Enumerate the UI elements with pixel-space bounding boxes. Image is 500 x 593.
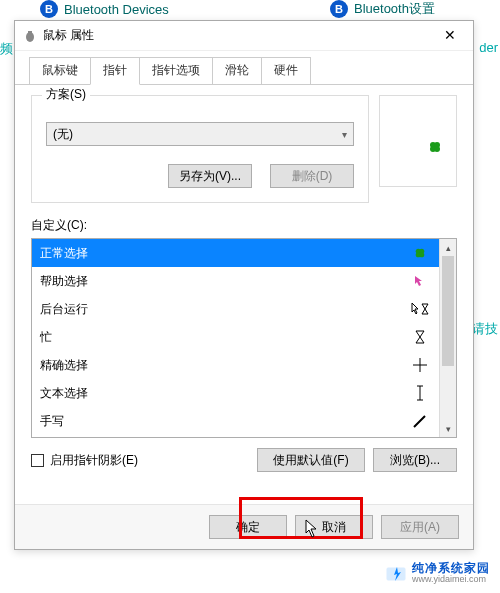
ok-button[interactable]: 确定 bbox=[209, 515, 287, 539]
list-item-label: 正常选择 bbox=[40, 245, 88, 262]
clover-icon bbox=[428, 140, 442, 154]
browse-button[interactable]: 浏览(B)... bbox=[373, 448, 457, 472]
desktop-icon-label: Bluetooth设置 bbox=[354, 0, 435, 18]
desktop-icon-bt-settings[interactable]: B Bluetooth设置 bbox=[330, 0, 435, 18]
customize-listbox[interactable]: 正常选择 帮助选择 后台运行 忙 精确选择 bbox=[31, 238, 457, 438]
watermark: 纯净系统家园 www.yidaimei.com bbox=[382, 560, 494, 587]
scheme-label: 方案(S) bbox=[42, 86, 90, 103]
checkbox-box bbox=[31, 454, 44, 467]
watermark-url: www.yidaimei.com bbox=[412, 575, 490, 585]
tab-pointers[interactable]: 指针 bbox=[90, 57, 140, 85]
list-item-label: 手写 bbox=[40, 413, 64, 430]
tab-pointer-options[interactable]: 指针选项 bbox=[139, 57, 213, 84]
cursor-overlay-icon bbox=[305, 519, 323, 539]
list-item[interactable]: 忙 bbox=[32, 323, 439, 351]
list-item[interactable]: 后台运行 bbox=[32, 295, 439, 323]
apply-button: 应用(A) bbox=[381, 515, 459, 539]
list-item-label: 后台运行 bbox=[40, 301, 88, 318]
bluetooth-icon: B bbox=[330, 0, 348, 18]
scheme-select[interactable]: (无) ▾ bbox=[46, 122, 354, 146]
close-button[interactable]: ✕ bbox=[433, 24, 467, 48]
crosshair-icon bbox=[411, 358, 429, 372]
delete-button: 删除(D) bbox=[270, 164, 354, 188]
customize-label: 自定义(C): bbox=[31, 217, 457, 234]
pointer-help-icon bbox=[411, 275, 429, 287]
use-default-button[interactable]: 使用默认值(F) bbox=[257, 448, 365, 472]
scroll-up-icon[interactable]: ▴ bbox=[440, 239, 456, 256]
mouse-properties-dialog: 鼠标 属性 ✕ 鼠标键 指针 指针选项 滑轮 硬件 方案(S) (无) ▾ 另存… bbox=[14, 20, 474, 550]
bg-text-fragment: 请技 bbox=[472, 320, 498, 338]
mouse-icon bbox=[23, 29, 37, 43]
desktop-icon-label: Bluetooth Devices bbox=[64, 2, 169, 17]
titlebar: 鼠标 属性 ✕ bbox=[15, 21, 473, 51]
scheme-select-value: (无) bbox=[53, 126, 73, 143]
list-item-label: 忙 bbox=[40, 329, 52, 346]
svg-rect-1 bbox=[28, 31, 32, 35]
bg-text-fragment: der bbox=[479, 40, 498, 55]
arrow-hourglass-icon bbox=[411, 302, 429, 316]
bluetooth-icon: B bbox=[40, 0, 58, 18]
ibeam-icon bbox=[411, 385, 429, 401]
scroll-down-icon[interactable]: ▾ bbox=[440, 420, 456, 437]
tab-buttons[interactable]: 鼠标键 bbox=[29, 57, 91, 84]
pen-icon bbox=[411, 414, 429, 428]
hourglass-icon bbox=[411, 330, 429, 344]
list-item[interactable]: 帮助选择 bbox=[32, 267, 439, 295]
chevron-down-icon: ▾ bbox=[342, 129, 347, 140]
svg-point-5 bbox=[434, 146, 440, 152]
dialog-title: 鼠标 属性 bbox=[43, 27, 433, 44]
save-as-button[interactable]: 另存为(V)... bbox=[168, 164, 252, 188]
scrollbar-track[interactable] bbox=[440, 256, 456, 420]
tab-hardware[interactable]: 硬件 bbox=[261, 57, 311, 84]
list-item[interactable]: 文本选择 bbox=[32, 379, 439, 407]
dialog-footer: 确定 取消 应用(A) bbox=[15, 504, 473, 549]
svg-point-9 bbox=[419, 252, 424, 257]
tab-wheel[interactable]: 滑轮 bbox=[212, 57, 262, 84]
scrollbar[interactable]: ▴ ▾ bbox=[439, 239, 456, 437]
list-item[interactable]: 手写 bbox=[32, 407, 439, 435]
pointer-shadow-checkbox[interactable]: 启用指针阴影(E) bbox=[31, 452, 138, 469]
scrollbar-thumb[interactable] bbox=[442, 256, 454, 366]
desktop-icon-bt-devices[interactable]: B Bluetooth Devices bbox=[40, 0, 169, 18]
clover-icon bbox=[411, 247, 429, 259]
bg-text-fragment: 频 bbox=[0, 40, 13, 58]
tab-body-pointers: 方案(S) (无) ▾ 另存为(V)... 删除(D) 自定 bbox=[15, 85, 473, 504]
cursor-preview bbox=[379, 95, 457, 187]
list-item-label: 帮助选择 bbox=[40, 273, 88, 290]
watermark-logo-icon bbox=[386, 565, 406, 581]
list-item[interactable]: 正常选择 bbox=[32, 239, 439, 267]
list-item-label: 文本选择 bbox=[40, 385, 88, 402]
tab-strip: 鼠标键 指针 指针选项 滑轮 硬件 bbox=[15, 51, 473, 85]
checkbox-label: 启用指针阴影(E) bbox=[50, 452, 138, 469]
scheme-group: 方案(S) (无) ▾ 另存为(V)... 删除(D) bbox=[31, 95, 369, 203]
list-item[interactable]: 精确选择 bbox=[32, 351, 439, 379]
list-item-label: 精确选择 bbox=[40, 357, 88, 374]
